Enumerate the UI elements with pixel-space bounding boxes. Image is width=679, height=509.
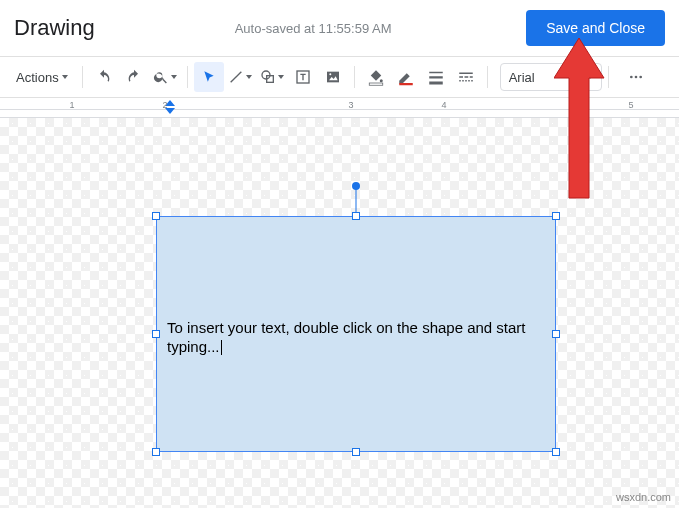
cursor-icon <box>202 70 216 84</box>
undo-button[interactable] <box>89 62 119 92</box>
svg-point-21 <box>630 76 633 79</box>
divider <box>82 66 83 88</box>
text-cursor <box>221 340 222 355</box>
actions-label: Actions <box>16 70 59 85</box>
border-color-button[interactable] <box>391 62 421 92</box>
divider <box>608 66 609 88</box>
svg-rect-9 <box>429 72 443 74</box>
svg-rect-17 <box>462 80 464 82</box>
line-icon <box>228 69 244 85</box>
svg-rect-14 <box>464 76 468 78</box>
divider <box>187 66 188 88</box>
horizontal-ruler[interactable]: 1 2 3 4 5 <box>0 98 679 118</box>
ruler-mark: 4 <box>441 100 446 110</box>
more-icon <box>628 69 644 85</box>
chevron-down-icon <box>62 75 68 79</box>
redo-icon <box>126 69 142 85</box>
resize-handle-n[interactable] <box>352 212 360 220</box>
pencil-icon <box>397 68 415 86</box>
textbox-icon <box>295 69 311 85</box>
fill-color-button[interactable] <box>361 62 391 92</box>
ruler-mark: 5 <box>628 100 633 110</box>
textbox-tool[interactable] <box>288 62 318 92</box>
rotation-handle[interactable] <box>352 182 360 190</box>
svg-rect-3 <box>327 72 339 83</box>
save-and-close-button[interactable]: Save and Close <box>526 10 665 46</box>
page-title: Drawing <box>14 15 95 41</box>
border-dash-button[interactable] <box>451 62 481 92</box>
zoom-button[interactable] <box>149 62 181 92</box>
svg-rect-13 <box>459 76 463 78</box>
resize-handle-w[interactable] <box>152 330 160 338</box>
ruler-mark: 1 <box>69 100 74 110</box>
undo-icon <box>96 69 112 85</box>
svg-rect-10 <box>429 76 443 78</box>
chevron-down-icon <box>171 75 177 79</box>
image-icon <box>325 69 341 85</box>
font-label: Arial <box>509 70 535 85</box>
svg-rect-8 <box>399 83 413 85</box>
svg-rect-18 <box>465 80 467 82</box>
shape-text[interactable]: To insert your text, double click on the… <box>167 319 545 357</box>
svg-point-6 <box>379 79 382 82</box>
svg-rect-16 <box>459 80 461 82</box>
drawing-canvas[interactable]: To insert your text, double click on the… <box>0 118 679 508</box>
selected-shape[interactable]: To insert your text, double click on the… <box>156 216 556 452</box>
toolbar: Actions Arial <box>0 56 679 98</box>
select-tool[interactable] <box>194 62 224 92</box>
resize-handle-nw[interactable] <box>152 212 160 220</box>
fill-icon <box>367 68 385 86</box>
svg-rect-20 <box>471 80 473 82</box>
actions-menu[interactable]: Actions <box>8 64 76 91</box>
svg-point-22 <box>634 76 637 79</box>
chevron-down-icon <box>278 75 284 79</box>
ruler-mark: 2 <box>162 100 167 110</box>
resize-handle-ne[interactable] <box>552 212 560 220</box>
font-selector[interactable]: Arial <box>500 63 602 91</box>
ruler-line <box>0 109 679 110</box>
zoom-icon <box>153 69 169 85</box>
shape-icon <box>260 69 276 85</box>
svg-rect-12 <box>459 73 473 75</box>
resize-handle-s[interactable] <box>352 448 360 456</box>
svg-rect-11 <box>429 82 443 85</box>
divider <box>354 66 355 88</box>
svg-point-23 <box>639 76 642 79</box>
resize-handle-sw[interactable] <box>152 448 160 456</box>
autosave-status: Auto-saved at 11:55:59 AM <box>95 21 526 36</box>
border-weight-icon <box>427 68 445 86</box>
border-weight-button[interactable] <box>421 62 451 92</box>
image-tool[interactable] <box>318 62 348 92</box>
redo-button[interactable] <box>119 62 149 92</box>
watermark: wsxdn.com <box>616 491 671 503</box>
more-button[interactable] <box>621 62 651 92</box>
shape-tool[interactable] <box>256 62 288 92</box>
chevron-down-icon <box>246 75 252 79</box>
chevron-down-icon <box>587 75 593 79</box>
border-dash-icon <box>457 68 475 86</box>
svg-rect-15 <box>469 76 472 78</box>
resize-handle-se[interactable] <box>552 448 560 456</box>
svg-rect-19 <box>468 80 470 82</box>
resize-handle-e[interactable] <box>552 330 560 338</box>
divider <box>487 66 488 88</box>
line-tool[interactable] <box>224 62 256 92</box>
svg-rect-7 <box>369 83 383 85</box>
svg-point-5 <box>329 73 331 75</box>
ruler-mark: 3 <box>348 100 353 110</box>
